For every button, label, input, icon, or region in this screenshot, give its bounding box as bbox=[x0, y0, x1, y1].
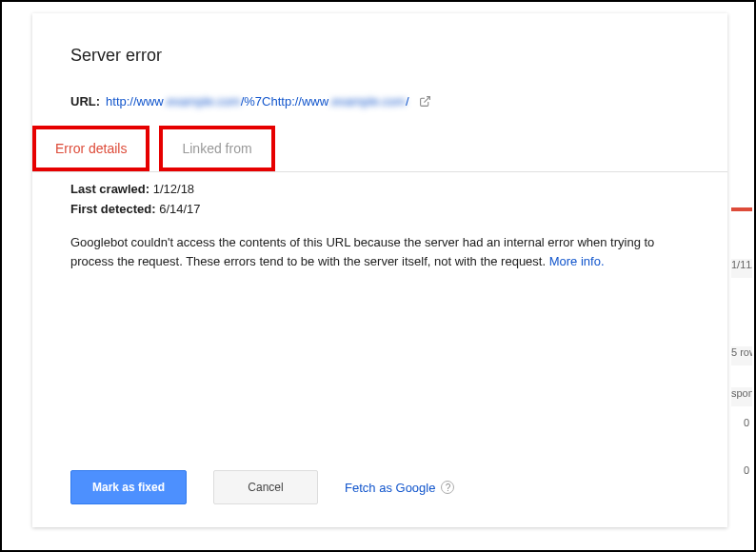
url-label: URL: bbox=[70, 94, 100, 108]
error-description: Googlebot couldn't access the contents o… bbox=[70, 233, 689, 270]
bg-date-fragment: 1/11/1 bbox=[731, 259, 752, 278]
bg-zero-2: 0 bbox=[731, 464, 752, 483]
bg-rows-fragment: 5 rows bbox=[731, 346, 752, 365]
url-link[interactable]: http://www.example.com/%7Chttp://www.exa… bbox=[106, 94, 409, 108]
url-part2: /%7Chttp://www bbox=[241, 94, 328, 108]
fetch-as-google-link[interactable]: Fetch as Google ? bbox=[345, 481, 454, 495]
tabs: Error details Linked from bbox=[32, 126, 727, 172]
last-crawled-value: 1/12/18 bbox=[153, 182, 194, 196]
external-link-icon[interactable] bbox=[419, 95, 431, 108]
cancel-button[interactable]: Cancel bbox=[213, 470, 318, 504]
bg-respons-fragment: spons bbox=[731, 387, 752, 406]
first-detected-label: First detected: bbox=[70, 202, 156, 216]
more-info-link[interactable]: More info. bbox=[549, 254, 605, 268]
page-title: Server error bbox=[70, 46, 689, 66]
tab-linked-from[interactable]: Linked from bbox=[159, 126, 274, 171]
url-part1: http://www bbox=[106, 94, 164, 108]
url-blurred1: .example.com bbox=[164, 94, 241, 108]
bg-accent-bar bbox=[731, 207, 752, 211]
footer-actions: Mark as fixed Cancel Fetch as Google ? bbox=[70, 470, 689, 504]
last-crawled-label: Last crawled: bbox=[70, 182, 149, 196]
mark-as-fixed-button[interactable]: Mark as fixed bbox=[70, 470, 187, 504]
help-icon[interactable]: ? bbox=[441, 481, 454, 494]
tab-error-details[interactable]: Error details bbox=[32, 126, 149, 171]
url-blurred2: .example.com bbox=[328, 94, 406, 108]
fetch-as-google-label: Fetch as Google bbox=[345, 481, 435, 495]
url-row: URL: http://www.example.com/%7Chttp://ww… bbox=[70, 94, 689, 108]
first-detected-row: First detected: 6/14/17 bbox=[70, 202, 689, 216]
error-detail-panel: Server error URL: http://www.example.com… bbox=[32, 13, 727, 527]
bg-zero-1: 0 bbox=[731, 417, 752, 436]
first-detected-value: 6/14/17 bbox=[159, 202, 200, 216]
last-crawled-row: Last crawled: 1/12/18 bbox=[70, 182, 689, 196]
details-section: Last crawled: 1/12/18 First detected: 6/… bbox=[70, 172, 689, 270]
url-part3: / bbox=[406, 94, 409, 108]
svg-line-0 bbox=[424, 97, 429, 103]
